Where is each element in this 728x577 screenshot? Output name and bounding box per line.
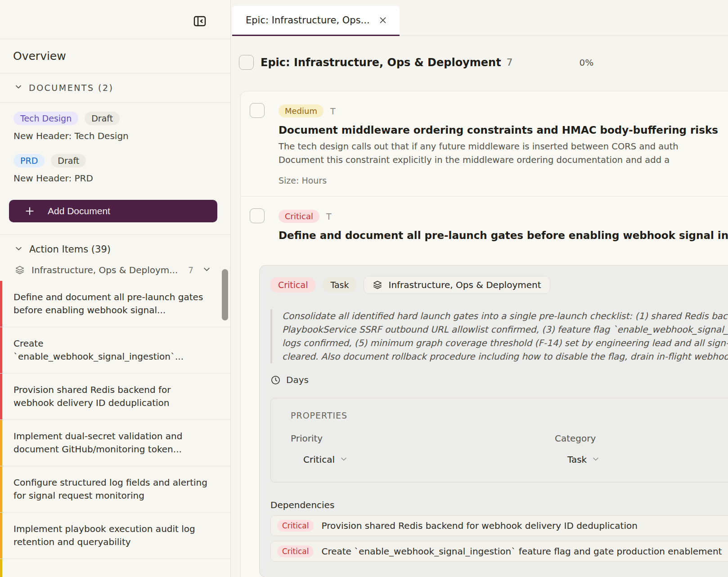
doc-type-badge: PRD — [13, 154, 45, 167]
epic-progress: 0% — [580, 57, 594, 68]
action-items-header-label: Action Items (39) — [29, 244, 111, 255]
priority-bar — [0, 513, 2, 559]
task-detail-description: Consolidate all identified hard launch g… — [270, 309, 728, 363]
priority-badge: Critical — [270, 277, 315, 293]
priority-bar — [0, 420, 2, 466]
sidebar-scrollbar-thumb[interactable] — [222, 269, 228, 320]
chevron-down-icon[interactable] — [203, 266, 211, 275]
collapse-sidebar-button[interactable] — [192, 14, 207, 29]
documents-header-label: DOCUMENTS (2) — [29, 83, 114, 93]
action-item[interactable]: Implement playbook execution audit log r… — [0, 513, 230, 559]
properties-box: PROPERTIES Priority Critical — [270, 398, 728, 482]
task-title[interactable]: Document middleware ordering constraints… — [279, 124, 728, 136]
layers-icon — [373, 280, 382, 290]
action-item[interactable] — [0, 559, 230, 577]
action-item-label: Define and document all pre-launch gates… — [13, 292, 203, 316]
layers-icon — [15, 265, 25, 275]
tab-epic-infrastructure[interactable]: Epic: Infrastructure, Ops... — [232, 6, 400, 36]
dependency-item[interactable]: Critical Provision shared Redis backend … — [270, 515, 728, 536]
document-item[interactable]: Tech Design Draft New Header: Tech Desig… — [13, 112, 217, 141]
dependency-item[interactable]: Critical Create `enable_webhook_signal_i… — [270, 541, 728, 562]
priority-label: Priority — [291, 433, 555, 444]
chevron-down-icon — [340, 454, 347, 465]
document-title: New Header: Tech Design — [13, 131, 217, 141]
priority-badge: Critical — [277, 545, 314, 557]
properties-header: PROPERTIES — [291, 410, 728, 420]
priority-badge: Critical — [279, 210, 319, 223]
collapse-sidebar-icon — [193, 14, 207, 30]
action-items-section-header[interactable]: Action Items (39) — [0, 235, 230, 261]
action-item[interactable]: Define and document all pre-launch gates… — [0, 281, 230, 327]
main-panel: Epic: Infrastructure, Ops... Epic: Infra… — [231, 0, 728, 577]
priority-value: Critical — [303, 454, 335, 465]
category-label: Category — [555, 433, 599, 444]
action-item[interactable]: Create `enable_webhook_signal_ingestion`… — [0, 327, 230, 374]
action-item[interactable]: Configure structured log fields and aler… — [0, 466, 230, 513]
epic-badge[interactable]: Infrastructure, Ops & Deployment — [364, 276, 550, 294]
chevron-down-icon — [15, 245, 22, 254]
tab-strip: Epic: Infrastructure, Ops... — [231, 0, 728, 36]
clock-icon — [270, 375, 281, 385]
effort-label: Days — [286, 374, 309, 385]
task-list-card: Medium T Document middleware ordering co… — [240, 91, 728, 577]
task-title[interactable]: Define and document all pre-launch gates… — [279, 230, 728, 241]
action-item-label: Create `enable_webhook_signal_ingestion`… — [13, 338, 184, 362]
dependency-label: Create `enable_webhook_signal_ingestion`… — [321, 546, 722, 557]
action-item[interactable]: Provision shared Redis backend for webho… — [0, 374, 230, 420]
priority-select[interactable]: Critical — [303, 454, 555, 465]
priority-bar — [0, 466, 2, 512]
overview-label: Overview — [13, 50, 66, 63]
epic-title: Epic: Infrastructure, Ops & Deployment — [261, 56, 501, 69]
category-value: Task — [567, 454, 587, 465]
tab-label: Epic: Infrastructure, Ops... — [246, 15, 378, 26]
priority-bar — [0, 374, 2, 419]
action-item-label: Implement dual-secret validation and doc… — [13, 431, 182, 455]
action-item-label: Configure structured log fields and aler… — [13, 477, 207, 501]
close-icon[interactable] — [378, 15, 388, 25]
task-checkbox[interactable] — [250, 208, 265, 223]
priority-badge: Medium — [279, 104, 324, 117]
epic-checkbox[interactable] — [239, 55, 254, 70]
task-row: Medium T Document middleware ordering co… — [241, 91, 728, 196]
epic-badge-label: Infrastructure, Ops & Deployment — [388, 279, 541, 290]
category-select[interactable]: Task — [567, 454, 599, 465]
chevron-down-icon — [592, 454, 599, 465]
task-row: Critical T Define and document all pre-l… — [241, 196, 728, 577]
sidebar-header — [0, 0, 230, 39]
action-item-label: Implement playbook execution audit log r… — [13, 523, 195, 547]
priority-bar — [0, 327, 2, 373]
sidebar-section-overview[interactable]: Overview — [0, 39, 230, 73]
document-title: New Header: PRD — [13, 173, 217, 184]
priority-badge: Critical — [277, 520, 314, 532]
dependencies-header: Dependencies — [270, 500, 728, 510]
doc-status-badge: Draft — [51, 154, 86, 167]
action-item[interactable]: Implement dual-secret validation and doc… — [0, 420, 230, 466]
task-size: Size: Hours — [279, 176, 728, 185]
doc-status-badge: Draft — [85, 112, 120, 125]
add-document-button[interactable]: Add Document — [9, 200, 217, 222]
sidebar: Overview DOCUMENTS (2) Tech Design Draft… — [0, 0, 231, 577]
app-window: Overview DOCUMENTS (2) Tech Design Draft… — [0, 0, 728, 577]
task-type-icon: T — [326, 212, 332, 221]
epic-header: Epic: Infrastructure, Ops & Deployment 7… — [239, 55, 728, 70]
task-checkbox[interactable] — [250, 103, 265, 118]
chevron-down-icon — [15, 83, 22, 92]
task-type-icon: T — [330, 106, 336, 116]
epic-task-count: 7 — [507, 57, 513, 68]
add-document-label: Add Document — [48, 206, 110, 216]
doc-type-badge: Tech Design — [13, 112, 78, 125]
dependency-label: Provision shared Redis backend for webho… — [321, 520, 637, 531]
task-description: The tech design calls out that if any fu… — [279, 140, 728, 167]
priority-bar — [0, 281, 2, 327]
epic-group-label: Infrastructure, Ops & Deploym... — [31, 265, 181, 275]
plus-icon — [24, 205, 36, 217]
action-item-label: Provision shared Redis backend for webho… — [13, 384, 171, 408]
documents-section-header[interactable]: DOCUMENTS (2) — [0, 73, 230, 103]
epic-group-count: 7 — [188, 265, 193, 275]
priority-bar — [0, 559, 2, 577]
category-badge: Task — [323, 277, 356, 293]
document-item[interactable]: PRD Draft New Header: PRD — [13, 154, 217, 184]
task-detail-panel: Critical Task Infrastructure, Ops & Depl… — [259, 265, 728, 577]
documents-list: Tech Design Draft New Header: Tech Desig… — [0, 112, 230, 235]
epic-group-row[interactable]: Infrastructure, Ops & Deploym... 7 — [15, 265, 230, 275]
